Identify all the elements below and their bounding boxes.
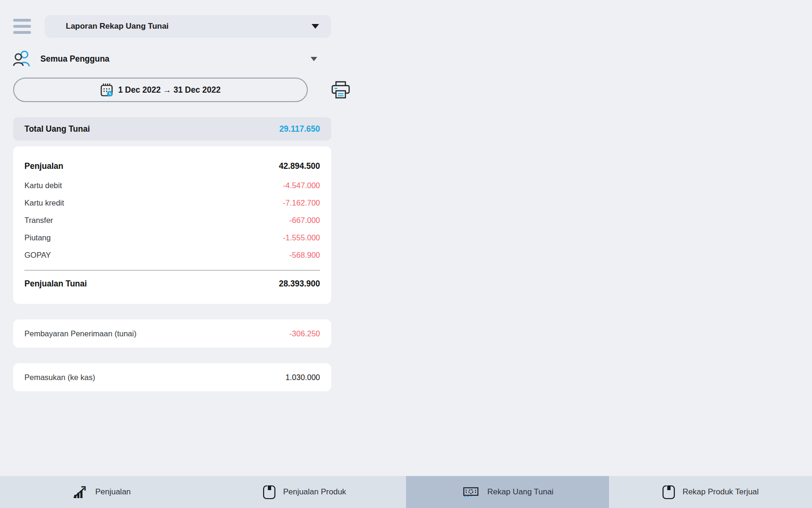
row-value: 28.393.900 <box>279 279 320 289</box>
row-label: Kartu debit <box>24 181 62 190</box>
report-panel: Laporan Rekap Uang Tunai Semua Pengguna <box>13 0 351 391</box>
tab-label: Rekap Uang Tunai <box>487 487 554 497</box>
row-label: Pemasukan (ke kas) <box>24 373 95 382</box>
tab-penjualan-produk[interactable]: Penjualan Produk <box>203 476 406 508</box>
table-row: Penjualan 42.894.500 <box>24 156 320 177</box>
banknote-icon <box>461 484 480 500</box>
tab-rekap-uang-tunai[interactable]: Rekap Uang Tunai <box>406 476 609 508</box>
table-row: GOPAY -568.900 <box>24 246 320 264</box>
tab-penjualan[interactable]: Penjualan <box>0 476 203 508</box>
row-value: 42.894.500 <box>279 161 320 171</box>
row-value: -1.555.000 <box>283 233 320 242</box>
table-row: Kartu kredit -7.162.700 <box>24 194 320 212</box>
table-row: Transfer -667.000 <box>24 212 320 229</box>
date-range-picker[interactable]: 1 Dec 2022 → 31 Dec 2022 <box>13 78 308 102</box>
print-button[interactable] <box>330 79 351 100</box>
payment-receipt-card: Pembayaran Penerimaan (tunai) -306.250 <box>13 319 331 348</box>
row-value: -4.547.000 <box>283 181 320 190</box>
row-value: -667.000 <box>289 216 320 225</box>
tab-rekap-produk-terjual[interactable]: Rekap Produk Terjual <box>609 476 812 508</box>
report-type-label: Laporan Rekap Uang Tunai <box>66 22 169 31</box>
total-cash-row: Total Uang Tunai 29.117.650 <box>13 117 331 141</box>
chevron-down-icon <box>311 57 317 61</box>
users-icon <box>13 50 31 67</box>
row-label: Pembayaran Penerimaan (tunai) <box>24 329 136 338</box>
cash-income-card: Pemasukan (ke kas) 1.030.000 <box>13 363 331 391</box>
chart-ascending-icon <box>72 485 88 499</box>
sales-breakdown-card: Penjualan 42.894.500 Kartu debit -4.547.… <box>13 146 331 304</box>
date-range-label: 1 Dec 2022 → 31 Dec 2022 <box>118 85 221 95</box>
menu-hamburger-icon[interactable] <box>13 19 31 34</box>
divider <box>24 270 320 270</box>
row-label: GOPAY <box>24 251 51 260</box>
row-value: -7.162.700 <box>283 198 320 207</box>
row-label: Penjualan <box>24 161 63 171</box>
row-label: Transfer <box>24 216 53 225</box>
tab-label: Penjualan Produk <box>283 487 346 497</box>
row-value: -568.900 <box>289 251 320 260</box>
tab-label: Rekap Produk Terjual <box>682 487 758 497</box>
total-cash-value: 29.117.650 <box>279 124 320 134</box>
row-label: Kartu kredit <box>24 198 64 207</box>
tab-label: Penjualan <box>95 487 131 497</box>
table-row: Kartu debit -4.547.000 <box>24 177 320 194</box>
chevron-down-icon <box>312 24 319 29</box>
report-type-dropdown[interactable]: Laporan Rekap Uang Tunai <box>45 15 331 38</box>
row-label: Piutang <box>24 233 51 242</box>
row-value: -306.250 <box>289 329 320 338</box>
bottom-tab-bar: Penjualan Penjualan Produk Rekap Uang Tu… <box>0 476 812 508</box>
row-label: Penjualan Tunai <box>24 279 87 289</box>
table-row: Piutang -1.555.000 <box>24 229 320 246</box>
user-filter-dropdown[interactable]: Semua Pengguna <box>13 50 331 68</box>
calendar-icon <box>101 83 113 97</box>
user-filter-label: Semua Pengguna <box>40 54 109 64</box>
printer-icon <box>330 79 351 100</box>
row-value: 1.030.000 <box>286 373 320 382</box>
total-cash-label: Total Uang Tunai <box>24 124 90 134</box>
table-row: Penjualan Tunai 28.393.900 <box>24 273 320 294</box>
package-icon <box>662 485 675 500</box>
package-icon <box>263 485 276 500</box>
